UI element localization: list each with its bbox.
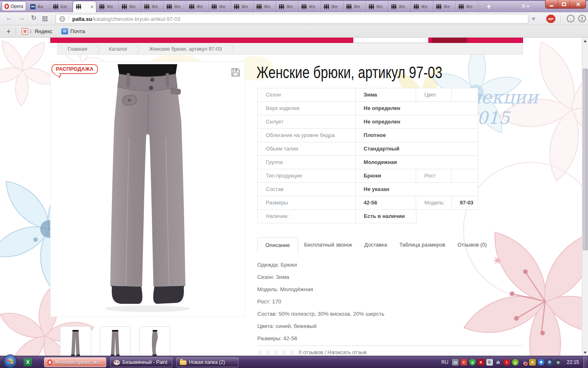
gold-app-icon[interactable]: ✦ bbox=[529, 359, 536, 366]
browser-tab[interactable]: NN Же bbox=[96, 1, 119, 12]
browser-tab[interactable]: NN Кат bbox=[50, 1, 73, 12]
description-line: Модель: Молодёжная bbox=[257, 283, 486, 296]
thumbnail-side[interactable] bbox=[139, 326, 170, 356]
browser-tab[interactable]: NN Же bbox=[276, 1, 298, 12]
breadcrumb-item[interactable]: Каталог bbox=[109, 46, 127, 52]
product-tab[interactable]: Описание bbox=[257, 237, 298, 253]
maximize-button[interactable] bbox=[558, 0, 570, 8]
breadcrumb-item[interactable]: Женские брюки, артикул 97-03 bbox=[149, 46, 222, 52]
attribute-label: Силует bbox=[258, 115, 356, 128]
utorrent-icon[interactable]: µ bbox=[512, 359, 519, 366]
adblock-icon[interactable]: ABP bbox=[546, 15, 555, 23]
browser-tab[interactable]: NN Же bbox=[164, 1, 186, 12]
speed-dial-icon[interactable] bbox=[42, 16, 47, 21]
breadcrumb-item[interactable]: Главная bbox=[68, 46, 87, 52]
bookmark-heart-icon[interactable]: ♥ bbox=[532, 15, 535, 22]
browser-tab[interactable]: NN Же bbox=[141, 1, 164, 12]
excel-icon[interactable]: X bbox=[24, 358, 32, 366]
phone-icon[interactable]: ✆ bbox=[546, 359, 553, 366]
thumbnail-front-2[interactable] bbox=[100, 326, 131, 356]
watermark-year: 015 bbox=[477, 108, 510, 128]
security-alert-icon[interactable]: ! bbox=[503, 359, 510, 366]
minimize-button[interactable] bbox=[546, 0, 558, 8]
antivirus-shield-icon[interactable]: a bbox=[469, 359, 476, 366]
display-icon[interactable]: ▭ bbox=[452, 359, 459, 366]
taskbar-button-opera[interactable]: Женские брюки, мо... bbox=[44, 357, 106, 367]
back-icon[interactable]: ← bbox=[6, 14, 13, 22]
bookmarks-bar: + Я ❭ Яндекс ✉ Почта bbox=[0, 25, 588, 38]
windows-update-icon[interactable]: ❖ bbox=[538, 359, 544, 366]
profile-icon[interactable] bbox=[578, 15, 586, 22]
browser-tab[interactable]: NN Же bbox=[231, 1, 254, 12]
save-icon[interactable] bbox=[231, 67, 241, 77]
scrollbar-thumb[interactable] bbox=[583, 69, 588, 250]
attribute-value: Зима bbox=[356, 88, 416, 101]
browser-tab[interactable]: NN Же bbox=[119, 1, 141, 12]
thumbnail-front[interactable] bbox=[60, 326, 91, 356]
page-scrollbar[interactable] bbox=[582, 38, 588, 356]
browser-tab[interactable]: NN Же bbox=[388, 1, 411, 12]
bookmark-mail[interactable]: Почта bbox=[70, 28, 85, 34]
people-favicon bbox=[323, 4, 330, 9]
star-icon[interactable]: ☆ bbox=[257, 348, 263, 356]
description-line: Состав: 50% полиэстр, 30% вискоза, 20% ш… bbox=[257, 308, 486, 320]
browser-tab[interactable]: NN Фа bbox=[28, 1, 50, 12]
people-favicon bbox=[391, 4, 397, 9]
browser-tab[interactable]: NN Же bbox=[411, 1, 433, 12]
language-indicator[interactable]: RU bbox=[441, 359, 448, 365]
download-icon[interactable]: ↓ bbox=[567, 15, 575, 22]
browser-tab[interactable]: NN Же bbox=[456, 1, 478, 12]
browser-tab[interactable]: NN Же bbox=[433, 1, 456, 12]
taskbar-button-folder[interactable]: Новая папка (2) bbox=[176, 357, 238, 367]
browser-tab[interactable]: NN Же bbox=[254, 1, 276, 12]
forward-icon[interactable]: → bbox=[18, 14, 25, 22]
window-controls bbox=[545, 0, 586, 9]
browser-tab[interactable]: NN Же bbox=[298, 1, 321, 12]
ccleaner-icon[interactable]: C bbox=[461, 359, 467, 366]
attribute-label-2: Рост bbox=[416, 169, 451, 182]
product-image-card[interactable]: РАСПРОДАЖА bbox=[50, 61, 245, 317]
tab-menu-icon[interactable]: ≡ bbox=[519, 2, 532, 11]
show-desktop-button[interactable] bbox=[584, 356, 587, 368]
add-bookmark-button[interactable]: + bbox=[7, 27, 11, 36]
taskbar: X Женские брюки, мо... Безымянный - Pain… bbox=[0, 356, 588, 368]
attribute-value: Не определен bbox=[356, 102, 478, 115]
opera-menu-button[interactable]: Opera bbox=[2, 1, 26, 11]
tab-close-icon[interactable]: × bbox=[90, 4, 94, 10]
product-tab[interactable]: Отзывов (0) bbox=[457, 237, 487, 253]
browser-tab[interactable]: NN Же bbox=[366, 1, 388, 12]
site-search-input[interactable] bbox=[353, 38, 428, 43]
star-icon[interactable]: ☆ bbox=[289, 348, 295, 356]
scroll-down-icon[interactable] bbox=[582, 349, 588, 356]
reviews-link[interactable]: 0 отзывов / Написать отзыв bbox=[298, 349, 367, 355]
reload-icon[interactable]: ↻ bbox=[31, 14, 36, 22]
star-icon[interactable]: ☆ bbox=[281, 348, 287, 356]
webcam-icon[interactable]: ◉ bbox=[555, 359, 561, 366]
browser-tab[interactable]: NN Же bbox=[209, 1, 231, 12]
browser-tab[interactable]: NN Же bbox=[186, 1, 209, 12]
volume-muted-icon[interactable]: ♪ bbox=[521, 359, 527, 366]
taskbar-button-paint[interactable]: Безымянный - Paint bbox=[110, 357, 172, 367]
new-tab-button[interactable]: + bbox=[483, 2, 495, 11]
signal-icon[interactable]: ılı bbox=[495, 359, 501, 366]
kaspersky-icon[interactable]: K bbox=[478, 359, 484, 366]
scroll-up-icon[interactable] bbox=[582, 38, 588, 44]
bookmark-yandex[interactable]: Яндекс bbox=[34, 28, 52, 34]
site-search-button[interactable] bbox=[432, 38, 467, 43]
attribute-row: Обьем талии Стандартный bbox=[257, 142, 478, 156]
description-line: Рост: 170 bbox=[257, 296, 486, 308]
product-tab[interactable]: Таблица размеров bbox=[399, 237, 445, 253]
clipboard-icon[interactable]: ⎘ bbox=[486, 359, 493, 366]
star-icon[interactable]: ☆ bbox=[265, 348, 271, 356]
start-button[interactable] bbox=[3, 355, 17, 368]
browser-tab[interactable]: NN × bbox=[73, 1, 96, 12]
close-button[interactable] bbox=[570, 0, 586, 8]
address-bar[interactable]: palla.su /katalog/zhenskie-bryuki-artiku… bbox=[56, 14, 528, 24]
browser-tab[interactable]: NN Же bbox=[343, 1, 366, 12]
product-tab[interactable]: Доставка bbox=[364, 237, 387, 253]
clock[interactable]: 22:15 bbox=[567, 359, 579, 365]
product-tab[interactable]: Бесплатный звонок bbox=[304, 237, 352, 253]
star-icon[interactable]: ☆ bbox=[273, 348, 279, 356]
browser-tab[interactable]: NN Же bbox=[321, 1, 343, 12]
yandex-icon: Я bbox=[22, 28, 28, 35]
